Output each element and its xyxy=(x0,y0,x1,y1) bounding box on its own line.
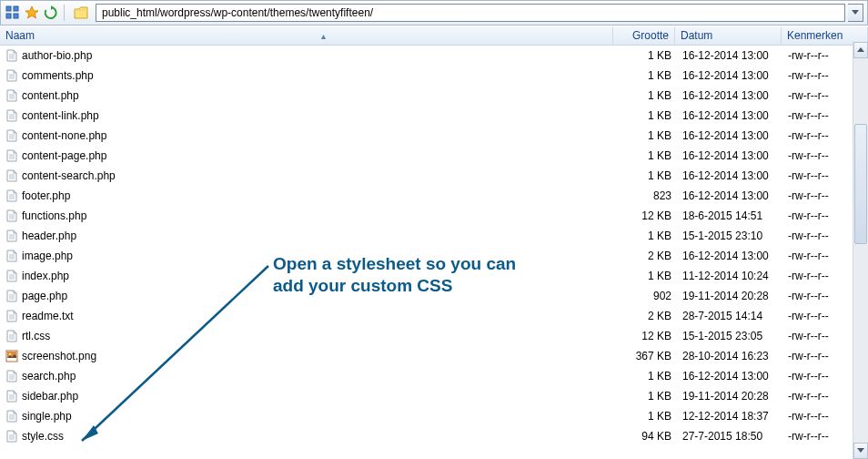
favorite-icon[interactable] xyxy=(24,5,40,21)
sort-indicator-icon: ▴ xyxy=(40,31,607,41)
file-name: page.php xyxy=(22,290,67,302)
file-name: header.php xyxy=(22,230,76,242)
file-date: 28-7-2015 14:14 xyxy=(677,308,782,324)
file-type-icon xyxy=(5,330,18,342)
file-row[interactable]: content-link.php1 KB16-12-2014 13:00-rw-… xyxy=(0,106,868,126)
file-name: readme.txt xyxy=(22,310,74,322)
file-size: 902 xyxy=(616,288,677,304)
file-date: 16-12-2014 13:00 xyxy=(677,188,782,204)
file-size: 94 KB xyxy=(616,428,677,444)
file-type-icon xyxy=(5,129,18,142)
file-size: 367 KB xyxy=(616,348,677,364)
vertical-scrollbar[interactable] xyxy=(853,42,868,459)
file-date: 16-12-2014 13:00 xyxy=(677,128,782,144)
chevron-down-icon xyxy=(852,10,859,15)
file-name: rtl.css xyxy=(22,330,50,342)
file-type-icon xyxy=(5,109,18,122)
file-name: image.php xyxy=(22,250,73,262)
file-row[interactable]: search.php1 KB16-12-2014 13:00-rw-r--r-- xyxy=(0,366,868,386)
scroll-down-button[interactable] xyxy=(853,443,868,459)
scroll-thumb[interactable] xyxy=(854,124,867,244)
file-type-icon xyxy=(5,189,18,202)
file-type-icon xyxy=(5,390,18,403)
file-row[interactable]: readme.txt2 KB28-7-2015 14:14-rw-r--r-- xyxy=(0,306,868,326)
address-bar[interactable] xyxy=(96,4,845,22)
address-dropdown-button[interactable] xyxy=(848,4,863,22)
tree-view-icon[interactable] xyxy=(5,5,21,21)
file-row[interactable]: comments.php1 KB16-12-2014 13:00-rw-r--r… xyxy=(0,66,868,86)
column-header-name[interactable]: Naam ▴ xyxy=(0,27,613,44)
file-name: single.php xyxy=(22,410,72,423)
file-row[interactable]: page.php90219-11-2014 20:28-rw-r--r-- xyxy=(0,286,868,306)
file-date: 18-6-2015 14:51 xyxy=(677,208,782,224)
file-type-icon xyxy=(5,290,18,302)
file-name: footer.php xyxy=(22,189,70,202)
file-size: 1 KB xyxy=(616,388,677,404)
svg-marker-5 xyxy=(51,5,54,10)
file-size: 823 xyxy=(616,188,677,204)
svg-rect-0 xyxy=(6,6,11,11)
file-date: 16-12-2014 13:00 xyxy=(677,148,782,164)
address-input[interactable] xyxy=(100,4,841,22)
file-name: content.php xyxy=(22,89,79,102)
file-name: style.css xyxy=(22,430,64,443)
svg-point-54 xyxy=(9,353,12,356)
file-row[interactable]: rtl.css12 KB15-1-2015 23:05-rw-r--r-- xyxy=(0,326,868,346)
file-date: 15-1-2015 23:10 xyxy=(677,228,782,244)
file-date: 19-11-2014 20:28 xyxy=(677,288,782,304)
file-name: comments.php xyxy=(22,69,94,82)
column-header-date[interactable]: Datum xyxy=(675,27,782,44)
file-row[interactable]: content-none.php1 KB16-12-2014 13:00-rw-… xyxy=(0,126,868,146)
file-row[interactable]: header.php1 KB15-1-2015 23:10-rw-r--r-- xyxy=(0,226,868,246)
file-size: 1 KB xyxy=(616,268,677,284)
file-size: 1 KB xyxy=(616,128,677,144)
file-row[interactable]: functions.php12 KB18-6-2015 14:51-rw-r--… xyxy=(0,206,868,226)
file-date: 28-10-2014 16:23 xyxy=(677,348,782,364)
file-type-icon xyxy=(5,209,18,222)
file-name: screenshot.png xyxy=(22,350,96,362)
file-row[interactable]: author-bio.php1 KB16-12-2014 13:00-rw-r-… xyxy=(0,46,868,66)
column-header-size[interactable]: Grootte xyxy=(613,27,675,44)
svg-rect-1 xyxy=(14,6,18,11)
file-row[interactable]: content-page.php1 KB16-12-2014 13:00-rw-… xyxy=(0,146,868,166)
file-date: 16-12-2014 13:00 xyxy=(677,107,782,124)
file-type-icon xyxy=(5,350,18,362)
file-name: sidebar.php xyxy=(22,390,78,403)
toolbar xyxy=(0,0,868,26)
file-name: content-none.php xyxy=(22,129,106,142)
file-type-icon xyxy=(5,430,18,443)
file-date: 16-12-2014 13:00 xyxy=(677,168,782,184)
file-size: 2 KB xyxy=(616,248,677,264)
file-row[interactable]: single.php1 KB12-12-2014 18:37-rw-r--r-- xyxy=(0,406,868,426)
file-row[interactable]: style.css94 KB27-7-2015 18:50-rw-r--r-- xyxy=(0,426,868,446)
file-type-icon xyxy=(5,250,18,262)
folder-icon xyxy=(73,5,89,21)
file-row[interactable]: screenshot.png367 KB28-10-2014 16:23-rw-… xyxy=(0,346,868,366)
svg-marker-4 xyxy=(25,6,38,18)
file-row[interactable]: footer.php82316-12-2014 13:00-rw-r--r-- xyxy=(0,186,868,206)
svg-marker-68 xyxy=(857,448,864,453)
file-date: 12-12-2014 18:37 xyxy=(677,408,782,424)
file-name: content-link.php xyxy=(22,109,99,122)
file-type-icon xyxy=(5,310,18,322)
file-row[interactable]: index.php1 KB11-12-2014 10:24-rw-r--r-- xyxy=(0,266,868,286)
file-type-icon xyxy=(5,149,18,162)
file-date: 16-12-2014 13:00 xyxy=(677,47,782,64)
file-row[interactable]: sidebar.php1 KB19-11-2014 20:28-rw-r--r-… xyxy=(0,386,868,406)
svg-marker-67 xyxy=(857,47,864,52)
scroll-up-button[interactable] xyxy=(853,42,868,58)
file-type-icon xyxy=(5,230,18,242)
file-type-icon xyxy=(5,270,18,282)
file-type-icon xyxy=(5,410,18,423)
file-row[interactable]: content.php1 KB16-12-2014 13:00-rw-r--r-… xyxy=(0,86,868,106)
file-row[interactable]: image.php2 KB16-12-2014 13:00-rw-r--r-- xyxy=(0,246,868,266)
file-type-icon xyxy=(5,89,18,102)
file-size: 1 KB xyxy=(616,408,677,424)
file-name: content-page.php xyxy=(22,149,106,162)
file-row[interactable]: content-search.php1 KB16-12-2014 13:00-r… xyxy=(0,166,868,186)
file-size: 2 KB xyxy=(616,308,677,324)
file-name: search.php xyxy=(22,370,76,382)
refresh-icon[interactable] xyxy=(43,5,59,21)
file-date: 16-12-2014 13:00 xyxy=(677,368,782,384)
file-size: 1 KB xyxy=(616,107,677,124)
